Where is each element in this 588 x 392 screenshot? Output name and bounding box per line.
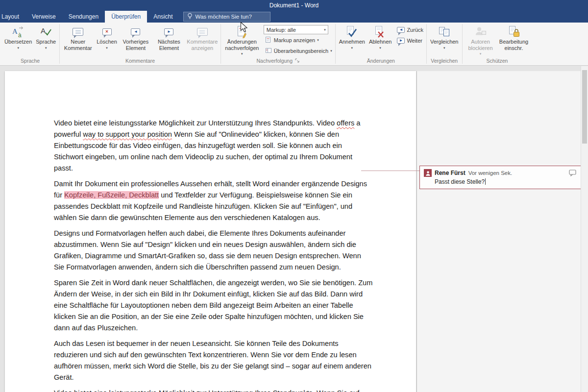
text-run: Designs und Formatvorlagen helfen auch d…: [54, 229, 361, 271]
next-comment-icon: ►: [164, 25, 173, 39]
button-label: Sprache: [36, 39, 56, 45]
text-caret: [485, 178, 486, 185]
bearbeitung-einschraenken-button[interactable]: Bearbeitung einschr.: [497, 24, 531, 51]
restrict-editing-icon: [508, 25, 520, 39]
chevron-down-icon: ▾: [379, 46, 381, 49]
autoren-blockieren-button: Autoren blockieren ▾: [464, 24, 497, 55]
button-label: Autoren blockieren: [466, 39, 495, 51]
ribbon-group-aenderungen: Annehmen ▾ Ablehnen ▾ ◄ Zurück: [336, 23, 426, 65]
tab-sendungen[interactable]: Sendungen: [62, 11, 105, 23]
svg-text:à: à: [18, 32, 22, 38]
lightbulb-icon: [187, 13, 193, 21]
button-label: Vorheriges Element: [121, 39, 150, 51]
group-label-nachverfolgung: Nachverfolgung: [221, 57, 335, 65]
tab-ansicht[interactable]: Ansicht: [147, 11, 179, 23]
chevron-down-icon: ▾: [330, 49, 332, 53]
reviewing-pane-icon: [265, 47, 272, 55]
naechstes-element-button[interactable]: ► Nächstes Element: [152, 24, 186, 51]
button-label: Markup anzeigen: [274, 37, 315, 43]
ablehnen-button[interactable]: Ablehnen ▾: [367, 24, 394, 49]
comment-anchor-highlight: Kopfzeile, Fußzeile, Deckblatt: [64, 191, 159, 199]
ribbon-group-kommentare: Neuer Kommentar ✕ Löschen ▾ ◄ Vorheriges…: [60, 23, 220, 65]
titlebar: Dokument1 - Word: [0, 0, 588, 11]
button-label: Löschen: [97, 39, 117, 45]
paragraph[interactable]: Sparen Sie Zeit in Word dank neuer Schal…: [54, 277, 373, 334]
scrollbar-thumb[interactable]: [582, 70, 587, 144]
button-label: Übersetzen: [4, 39, 32, 45]
weiter-button[interactable]: ► Weiter: [395, 36, 425, 46]
show-comments-icon: [197, 25, 208, 39]
document-paragraphs: Video bietet eine leistungsstarke Möglic…: [5, 71, 416, 392]
text-run: Video bietet eine leistungsstarke Möglic…: [54, 119, 337, 127]
text-run: Video bietet eine leistungsstarke Möglic…: [54, 389, 370, 392]
tellme-label: Was möchten Sie tun?: [196, 14, 252, 20]
button-label: Zurück: [407, 27, 423, 33]
group-label-aenderungen: Änderungen: [336, 57, 426, 65]
text-run: Sparen Sie Zeit in Word dank neuer Schal…: [54, 279, 372, 332]
kommentar-loeschen-button[interactable]: ✕ Löschen ▾: [95, 24, 119, 49]
comment-timestamp: Vor wenigen Sek.: [468, 170, 513, 176]
misspelled-text: offers: [337, 119, 354, 127]
group-label-sprache: Sprache: [1, 57, 59, 65]
chevron-down-icon: ▾: [241, 52, 243, 55]
chevron-down-icon: ▾: [45, 46, 47, 49]
zurueck-button[interactable]: ◄ Zurück: [395, 25, 425, 35]
button-label: Vergleichen: [430, 39, 459, 45]
button-label: Überarbeitungsbereich: [274, 48, 328, 54]
sprache-button[interactable]: A Sprache ▾: [34, 24, 58, 49]
svg-text:A: A: [41, 26, 46, 35]
chevron-down-icon: ▾: [106, 46, 108, 49]
markup-anzeigen-button[interactable]: Markup anzeigen ▾: [264, 35, 334, 45]
kommentare-anzeigen-button: Kommentare anzeigen: [186, 24, 219, 51]
ribbon-tab-bar: LayoutVerweiseSendungenÜberprüfenAnsicht…: [0, 11, 588, 23]
comment-author: Rene Fürst: [435, 170, 466, 176]
aenderungen-nachverfolgen-button[interactable]: Änderungen nachverfolgen ▾: [222, 24, 262, 55]
document-page[interactable]: Video bietet eine leistungsstarke Möglic…: [5, 71, 416, 392]
weiter-arrow-icon: ►: [397, 38, 405, 44]
comment-text: Passt diese Stelle?: [435, 178, 485, 185]
paragraph[interactable]: Damit Ihr Dokument ein professionelles A…: [54, 178, 373, 223]
comment-card[interactable]: Rene Fürst Vor wenigen Sek. Passt diese …: [419, 166, 581, 189]
uebersetzen-button[interactable]: Aà Übersetzen ▾: [2, 24, 34, 49]
svg-text:A: A: [12, 27, 18, 35]
zurueck-arrow-icon: ◄: [397, 27, 405, 33]
markup-combobox[interactable]: Markup: alle ▾: [264, 25, 328, 34]
block-authors-icon: [474, 25, 487, 39]
dialog-launcher-icon[interactable]: [295, 58, 299, 64]
button-label: Kommentare anzeigen: [187, 39, 218, 51]
button-label: Ablehnen: [369, 39, 392, 45]
paragraph[interactable]: Video bietet eine leistungsstarke Möglic…: [54, 118, 373, 174]
vergleichen-button[interactable]: Vergleichen ▾: [428, 24, 461, 49]
show-markup-icon: [265, 36, 272, 44]
vorheriges-element-button[interactable]: ◄ Vorheriges Element: [119, 24, 152, 51]
paragraph[interactable]: Video bietet eine leistungsstarke Möglic…: [54, 388, 373, 392]
chevron-down-icon: ▾: [324, 28, 326, 32]
tellme-search[interactable]: Was möchten Sie tun?: [183, 12, 270, 22]
button-label: Annehmen: [339, 39, 365, 45]
button-label: Neuer Kommentar: [63, 39, 93, 51]
author-avatar: [424, 169, 432, 177]
previous-comment-icon: ◄: [131, 25, 140, 39]
button-label: Änderungen nachverfolgen: [224, 39, 260, 51]
chevron-down-icon: ▾: [351, 46, 353, 49]
annehmen-button[interactable]: Annehmen ▾: [337, 24, 367, 49]
group-label-vergleichen: Vergleichen: [427, 57, 462, 65]
tab-verweise[interactable]: Verweise: [25, 11, 62, 23]
group-label-schuetzen: Schützen: [463, 57, 532, 65]
ribbon-group-sprache: Aà Übersetzen ▾ A Sprache ▾ Sprache: [1, 23, 59, 65]
paragraph[interactable]: Auch das Lesen ist bequemer in der neuen…: [54, 338, 373, 383]
neuer-kommentar-button[interactable]: Neuer Kommentar: [61, 24, 95, 51]
reply-comment-icon[interactable]: [569, 170, 577, 176]
ribbon-tabs: LayoutVerweiseSendungenÜberprüfenAnsicht: [0, 11, 179, 23]
tab-uberprufen[interactable]: Überprüfen: [105, 11, 147, 23]
window-title: Dokument1 - Word: [270, 2, 318, 9]
translate-icon: Aà: [12, 25, 24, 39]
vertical-scrollbar[interactable]: [581, 66, 588, 392]
paragraph[interactable]: Designs und Formatvorlagen helfen auch d…: [54, 228, 373, 273]
ribbon-group-schuetzen: Autoren blockieren ▾ Bearbeitung einschr…: [463, 23, 532, 65]
track-changes-icon: [237, 25, 247, 39]
tab-layout[interactable]: Layout: [0, 11, 25, 23]
compare-icon: [438, 25, 451, 39]
ueberarbeitungsbereich-button[interactable]: Überarbeitungsbereich ▾: [264, 46, 334, 56]
button-label: Weiter: [407, 38, 422, 44]
